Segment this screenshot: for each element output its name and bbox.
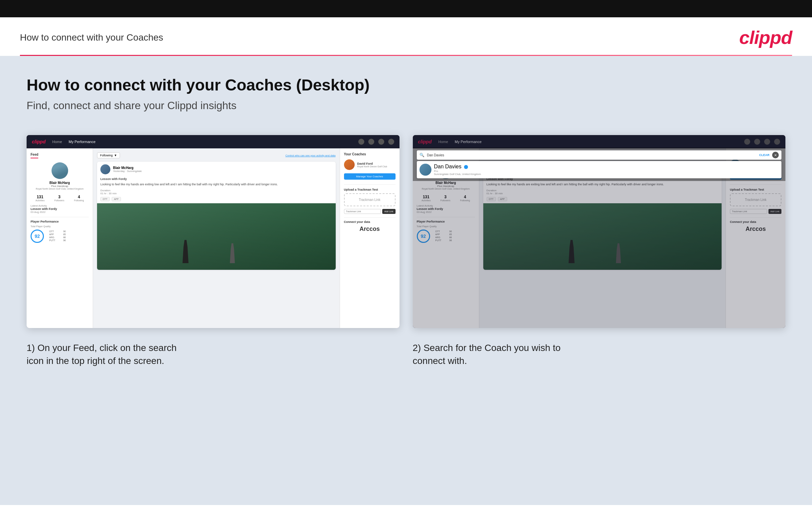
stats-row-2: 131 Activities 3 Followers 4 Following <box>417 195 475 202</box>
manage-coaches-button[interactable]: Manage Your Coaches <box>344 173 395 180</box>
upload-title: Upload a Trackman Test <box>344 188 395 191</box>
profile-handicap-2: Plus Handicap <box>437 185 455 187</box>
profile-section: Blair McHarg Plus Handicap Royal North D… <box>31 162 89 190</box>
app-mockup-1: clippd Home My Performance <box>27 135 399 328</box>
profile-name: Blair McHarg <box>50 181 70 185</box>
screenshot-frame-1: clippd Home My Performance <box>27 135 399 328</box>
stat-followers: 3 Followers <box>54 195 64 202</box>
post-header: Blair McHarg Yesterday · Sunningdale <box>97 162 336 177</box>
post-image-2 <box>483 203 722 270</box>
arccos-logo: Arccos <box>344 225 395 232</box>
stat-following: 4 Following <box>74 195 84 202</box>
main-content: How to connect with your Coaches (Deskto… <box>0 56 812 505</box>
latest-activity-2: Latest Activity Lesson with Fordy 03 Aug… <box>417 204 475 214</box>
coach-item: David Ford Royal North Devon Golf Club <box>344 159 395 170</box>
coach-name: David Ford <box>357 162 387 165</box>
perf-bars: OTT 90 APP 85 <box>49 230 66 242</box>
result-club: Sunningdale Golf Club, United Kingdom <box>434 173 481 176</box>
perf-bar-putt: PUTT 96 <box>49 239 66 242</box>
trackman-box: Trackman Link <box>344 193 395 206</box>
clear-button[interactable]: CLEAR <box>759 153 769 157</box>
search-icon-2 <box>744 139 750 145</box>
right-panel-1: Your Coaches David Ford Royal North Devo… <box>340 149 399 328</box>
coach-avatar <box>344 159 355 170</box>
result-name: Dan Davies <box>434 164 481 170</box>
top-bar <box>0 0 812 17</box>
stat-following-value: 4 <box>74 195 84 199</box>
search-query[interactable]: Dan Davies <box>427 153 757 157</box>
stat-activities-2: 131 Activities <box>422 195 431 202</box>
post-actions: OTT APP <box>97 195 336 203</box>
result-avatar <box>420 164 431 176</box>
app-btn[interactable]: APP <box>112 197 121 201</box>
trackman-input[interactable] <box>344 209 381 214</box>
following-row: Following ▼ Control who can see your act… <box>97 153 336 158</box>
settings-icon[interactable] <box>378 139 384 145</box>
stat-following-label: Following <box>74 199 84 202</box>
perf-bar-app: APP 85 <box>49 233 66 236</box>
search-icon-overlay: 🔍 <box>420 153 424 157</box>
app-nav-logo-2: clippd <box>418 139 432 144</box>
nav-item-home[interactable]: Home <box>52 140 62 144</box>
player-perf: Player Performance Total Player Quality … <box>31 217 89 243</box>
latest-activity-date: 03 Aug 2022 <box>31 211 89 214</box>
perf-bar-arg: ARG 86 <box>49 236 66 239</box>
post-duration-value: 01 hr : 30 min <box>97 192 336 195</box>
coach-info: David Ford Royal North Devon Golf Club <box>357 162 387 168</box>
post-duration: Duration <box>97 189 336 192</box>
latest-activity-value: Lesson with Fordy <box>31 207 89 211</box>
control-link[interactable]: Control who can see your activity and da… <box>286 154 336 157</box>
screenshots-row: clippd Home My Performance <box>27 135 785 374</box>
following-button[interactable]: Following ▼ <box>97 153 120 158</box>
screenshot-col-2: clippd Home My Performance F <box>413 135 786 374</box>
result-role: Pro <box>434 170 481 173</box>
close-button[interactable]: ✕ <box>772 152 779 158</box>
screenshot-frame-2: clippd Home My Performance F <box>413 135 786 328</box>
nav-item-myperformance[interactable]: My Performance <box>69 140 96 144</box>
app-nav-logo: clippd <box>32 139 46 144</box>
your-coaches-title: Your Coaches <box>344 153 395 156</box>
caption-2: 2) Search for the Coach you wish to conn… <box>413 328 786 374</box>
player-perf-2: Player Performance Total Player Quality … <box>417 217 475 243</box>
avatar-inner <box>51 162 68 179</box>
page-subheading: Find, connect and share your Clippd insi… <box>27 99 785 112</box>
perf-subtitle: Total Player Quality <box>31 225 89 227</box>
page-heading: How to connect with your Coaches (Deskto… <box>27 76 785 94</box>
left-panel-1: Feed Blair McHarg Plus Handicap Royal No… <box>27 149 93 328</box>
connect-title: Connect your data <box>344 220 395 223</box>
upload-section: Upload a Trackman Test Trackman Link Add… <box>344 184 395 214</box>
search-overlay: 🔍 Dan Davies CLEAR ✕ Dan Davies <box>413 148 786 181</box>
caption-1: 1) On your Feed, click on the search ico… <box>27 328 399 374</box>
user-icon-2 <box>774 139 780 145</box>
search-result-item[interactable]: Dan Davies Pro Sunningdale Golf Club, Un… <box>420 164 779 176</box>
perf-bar-ott: OTT 90 <box>49 230 66 232</box>
app-nav-icons <box>358 139 394 145</box>
app-nav-icons-2 <box>744 139 780 145</box>
profile-icon[interactable] <box>368 139 374 145</box>
search-icon[interactable] <box>358 139 364 145</box>
nav-item-home-2: Home <box>438 140 448 144</box>
profile-club-2: Royal North Devon Golf Club, United King… <box>422 187 470 190</box>
settings-icon-2 <box>764 139 770 145</box>
app-body-1: Feed Blair McHarg Plus Handicap Royal No… <box>27 149 399 328</box>
post-avatar <box>100 164 110 174</box>
post-image-overlay <box>97 203 336 270</box>
post-body: Looking to feel like my hands are exitin… <box>97 182 336 189</box>
coach-club: Royal North Devon Golf Club <box>357 165 387 168</box>
post-image <box>97 203 336 270</box>
add-link-button[interactable]: Add Link <box>382 209 395 214</box>
stat-followers-value: 3 <box>54 195 64 199</box>
post-info: Blair McHarg Yesterday · Sunningdale <box>113 166 142 173</box>
ott-btn[interactable]: OTT <box>100 197 110 201</box>
stat-activities-value: 131 <box>36 195 45 199</box>
latest-activity: Latest Activity Lesson with Fordy 03 Aug… <box>31 204 89 214</box>
stat-followers-2: 3 Followers <box>440 195 450 202</box>
stat-following-2: 4 Following <box>460 195 470 202</box>
post-card: Blair McHarg Yesterday · Sunningdale Les… <box>97 162 336 270</box>
footer: Copyright Clippd 2022 <box>0 505 812 508</box>
latest-activity-label: Latest Activity <box>31 204 89 207</box>
user-icon[interactable] <box>388 139 394 145</box>
feed-tab[interactable]: Feed <box>31 153 38 158</box>
stats-row: 131 Activities 3 Followers 4 Following <box>31 195 89 202</box>
profile-name-2: Blair McHarg <box>435 181 456 185</box>
